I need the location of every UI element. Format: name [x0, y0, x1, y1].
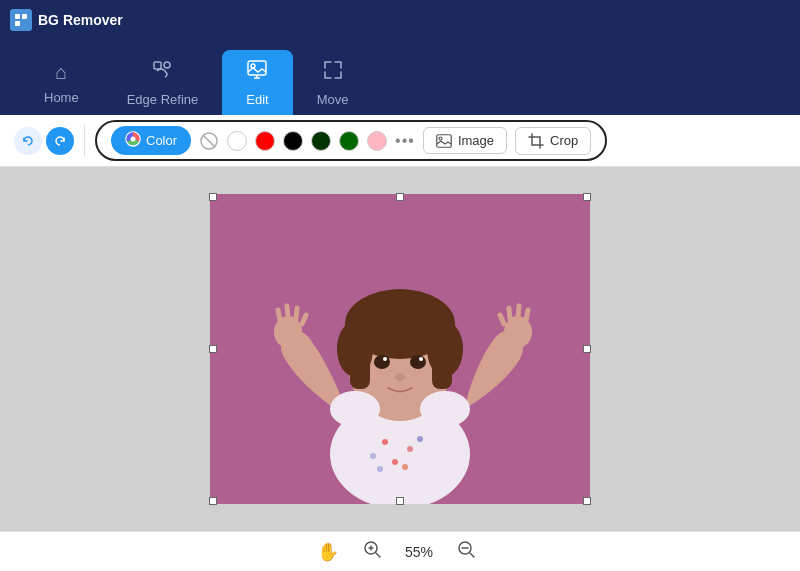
redo-button[interactable]	[46, 127, 74, 155]
tab-home-label: Home	[44, 90, 79, 105]
photo-background	[210, 194, 590, 504]
svg-rect-27	[350, 339, 370, 389]
image-container	[210, 194, 590, 504]
svg-point-4	[164, 62, 170, 68]
svg-rect-1	[22, 14, 27, 19]
svg-point-21	[377, 466, 383, 472]
svg-line-37	[296, 308, 297, 319]
svg-point-31	[383, 357, 387, 361]
image-button[interactable]: Image	[423, 127, 507, 154]
home-icon: ⌂	[55, 61, 67, 84]
crop-handle-tm[interactable]	[396, 193, 404, 201]
swatch-red[interactable]	[255, 131, 275, 151]
svg-point-33	[395, 373, 405, 381]
tools-group: Color ••• Image	[95, 120, 607, 161]
tab-move-label: Move	[317, 92, 349, 107]
crop-handle-bm[interactable]	[396, 497, 404, 505]
crop-handle-br[interactable]	[583, 497, 591, 505]
swatch-white[interactable]	[227, 131, 247, 151]
svg-point-18	[370, 453, 376, 459]
canvas-area	[0, 167, 800, 531]
app-header: BG Remover	[0, 0, 800, 40]
tab-move[interactable]: Move	[293, 50, 373, 115]
svg-point-30	[410, 355, 426, 369]
crop-button[interactable]: Crop	[515, 127, 591, 155]
edge-refine-icon	[151, 59, 173, 86]
child-photo	[210, 194, 590, 504]
svg-rect-28	[432, 339, 452, 389]
zoom-level: 55%	[405, 544, 433, 560]
image-button-label: Image	[458, 133, 494, 148]
svg-line-42	[509, 308, 510, 319]
svg-rect-2	[15, 21, 20, 26]
svg-point-44	[330, 391, 380, 427]
zoom-in-button[interactable]	[355, 536, 389, 567]
swatch-black[interactable]	[283, 131, 303, 151]
svg-line-10	[203, 135, 215, 147]
svg-point-16	[407, 446, 413, 452]
toolbar: Color ••• Image	[0, 115, 800, 167]
crop-handle-bl[interactable]	[209, 497, 217, 505]
svg-line-41	[518, 306, 519, 317]
svg-rect-5	[248, 61, 266, 75]
app-title: BG Remover	[38, 12, 123, 28]
logo-icon	[10, 9, 32, 31]
svg-point-8	[131, 137, 136, 142]
undo-button[interactable]	[14, 127, 42, 155]
svg-point-20	[402, 464, 408, 470]
crop-button-label: Crop	[550, 133, 578, 148]
tab-edge-refine-label: Edge Refine	[127, 92, 199, 107]
svg-point-29	[374, 355, 390, 369]
svg-line-40	[526, 310, 528, 320]
swatch-pink[interactable]	[367, 131, 387, 151]
svg-point-15	[382, 439, 388, 445]
no-color-button[interactable]	[199, 131, 219, 151]
tab-edit[interactable]: Edit	[222, 50, 292, 115]
color-button[interactable]: Color	[111, 126, 191, 155]
swatch-green[interactable]	[339, 131, 359, 151]
zoom-out-button[interactable]	[449, 536, 483, 567]
hand-tool-icon[interactable]: ✋	[317, 541, 339, 563]
svg-line-36	[287, 306, 288, 317]
app-logo: BG Remover	[10, 9, 123, 31]
svg-point-45	[420, 391, 470, 427]
svg-line-52	[470, 553, 474, 557]
svg-point-17	[392, 459, 398, 465]
svg-point-19	[417, 436, 423, 442]
crop-handle-ml[interactable]	[209, 345, 217, 353]
color-wheel-icon	[125, 131, 141, 150]
crop-handle-tl[interactable]	[209, 193, 217, 201]
svg-point-32	[419, 357, 423, 361]
more-colors-button[interactable]: •••	[395, 132, 415, 150]
divider-1	[84, 125, 85, 157]
crop-handle-mr[interactable]	[583, 345, 591, 353]
tab-bar: ⌂ Home Edge Refine Edit	[0, 40, 800, 115]
crop-handle-tr[interactable]	[583, 193, 591, 201]
svg-rect-0	[15, 14, 20, 19]
svg-line-35	[278, 310, 280, 320]
svg-rect-11	[437, 134, 452, 147]
color-button-label: Color	[146, 133, 177, 148]
tab-home[interactable]: ⌂ Home	[20, 50, 103, 115]
move-icon	[322, 59, 344, 86]
svg-point-12	[439, 137, 442, 140]
history-nav	[14, 127, 74, 155]
tab-edge-refine[interactable]: Edge Refine	[103, 50, 223, 115]
tab-edit-label: Edit	[246, 92, 268, 107]
status-bar: ✋ 55%	[0, 531, 800, 571]
svg-line-49	[376, 553, 380, 557]
edit-icon	[246, 59, 268, 86]
swatch-dark-green[interactable]	[311, 131, 331, 151]
svg-rect-3	[154, 62, 161, 69]
